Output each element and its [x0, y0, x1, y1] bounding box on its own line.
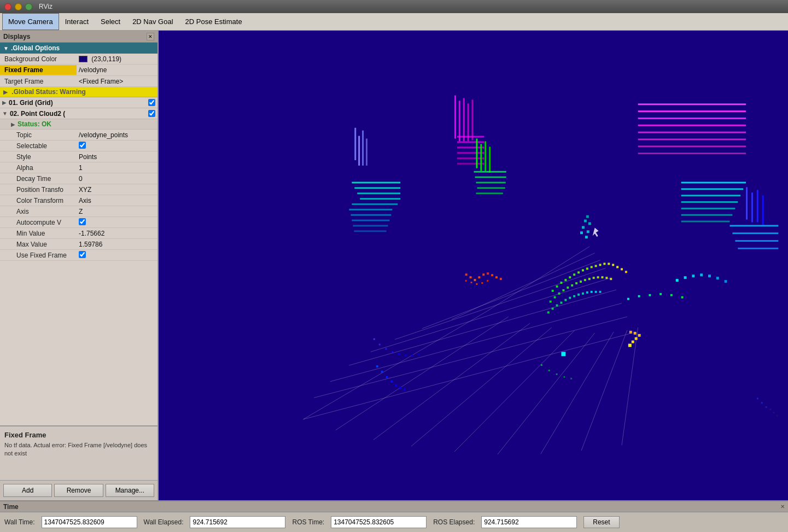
svg-rect-31 — [353, 225, 388, 226]
svg-rect-41 — [457, 152, 484, 154]
wall-time-input[interactable] — [42, 516, 137, 528]
manage-button[interactable]: Manage... — [106, 484, 154, 497]
displays-header: Displays ✕ — [0, 31, 157, 43]
target-frame-value[interactable]: <Fixed Frame> — [77, 78, 157, 85]
ros-time-input[interactable] — [331, 516, 427, 528]
svg-rect-63 — [681, 195, 741, 196]
displays-close-button[interactable]: ✕ — [147, 33, 154, 40]
selectable-row: Selectable — [0, 141, 157, 151]
svg-rect-72 — [729, 225, 778, 226]
wall-elapsed-input[interactable] — [190, 516, 285, 528]
svg-rect-128 — [585, 236, 588, 238]
svg-rect-102 — [558, 293, 561, 295]
svg-rect-21 — [362, 131, 364, 166]
svg-rect-39 — [457, 141, 484, 143]
svg-rect-130 — [588, 223, 591, 225]
target-frame-row: Target Frame <Fixed Frame> — [0, 76, 157, 87]
svg-rect-113 — [605, 277, 608, 279]
wall-elapsed-label: Wall Elapsed: — [144, 518, 184, 526]
timebar-close-button[interactable]: ✕ — [780, 504, 785, 510]
use-fixed-frame-value[interactable] — [77, 251, 157, 260]
svg-rect-142 — [684, 276, 687, 279]
autocompute-row: Autocompute V — [0, 217, 157, 228]
svg-rect-173 — [405, 354, 406, 356]
svg-rect-57 — [638, 132, 746, 133]
autocompute-checkbox[interactable] — [79, 218, 86, 225]
svg-rect-91 — [591, 266, 593, 268]
add-button[interactable]: Add — [3, 484, 52, 497]
svg-rect-87 — [573, 273, 575, 276]
menu-move-camera[interactable]: Move Camera — [2, 13, 59, 30]
grid-checkbox[interactable] — [148, 99, 155, 106]
alpha-row: Alpha 1 — [0, 162, 157, 173]
fixed-frame-value[interactable]: /velodyne — [77, 66, 157, 74]
close-button[interactable] — [4, 3, 11, 10]
svg-rect-68 — [746, 187, 748, 219]
topic-value[interactable]: /velodyne_points — [77, 131, 157, 139]
menu-2d-pose-estimate[interactable]: 2D Pose Estimate — [179, 13, 248, 30]
status-ok-label: Status: OK — [17, 120, 51, 128]
svg-rect-120 — [569, 297, 571, 299]
point-cloud-checkbox[interactable] — [148, 110, 155, 117]
svg-rect-185 — [556, 373, 558, 375]
svg-rect-147 — [725, 280, 727, 283]
background-color-swatch — [79, 56, 87, 62]
svg-rect-44 — [476, 138, 477, 168]
color-transform-value[interactable]: Axis — [77, 197, 157, 204]
background-color-value[interactable]: (23,0,119) — [77, 55, 157, 63]
max-value-value[interactable]: 1.59786 — [77, 241, 157, 248]
svg-rect-101 — [554, 296, 556, 299]
svg-rect-150 — [635, 337, 638, 340]
global-status-label: .Global Status: Warning — [11, 88, 86, 96]
selectable-checkbox[interactable] — [79, 142, 86, 149]
svg-rect-23 — [352, 182, 400, 183]
background-color-label: Background Color — [0, 55, 77, 63]
svg-rect-187 — [570, 378, 572, 379]
svg-rect-99 — [625, 271, 627, 273]
svg-rect-138 — [659, 293, 662, 295]
svg-rect-94 — [603, 263, 605, 265]
svg-rect-166 — [481, 282, 483, 284]
svg-rect-59 — [638, 145, 746, 147]
autocompute-value[interactable] — [77, 218, 157, 227]
reset-button[interactable]: Reset — [583, 516, 619, 528]
svg-rect-184 — [548, 370, 550, 371]
svg-rect-134 — [580, 231, 583, 234]
svg-rect-160 — [491, 274, 493, 276]
svg-rect-77 — [761, 402, 763, 404]
status-ok-row: ▶ Status: OK — [0, 119, 157, 130]
style-label: Style — [0, 153, 77, 161]
decay-time-value[interactable]: 0 — [77, 175, 157, 183]
axis-value[interactable]: Z — [77, 208, 157, 215]
3d-viewport[interactable] — [159, 31, 788, 500]
svg-rect-178 — [386, 376, 388, 378]
svg-rect-55 — [638, 118, 746, 119]
menu-2d-nav-goal[interactable]: 2D Nav Goal — [126, 13, 179, 30]
maximize-button[interactable] — [25, 3, 32, 10]
position-transform-value[interactable]: XYZ — [77, 186, 157, 194]
svg-rect-125 — [591, 291, 593, 293]
timebar: Time ✕ Wall Time: Wall Elapsed: ROS Time… — [0, 500, 788, 532]
style-value[interactable]: Points — [77, 153, 157, 161]
global-options-header[interactable]: ▼ .Global Options — [0, 43, 157, 54]
menu-select[interactable]: Select — [95, 13, 126, 30]
remove-button[interactable]: Remove — [54, 484, 103, 497]
use-fixed-frame-checkbox[interactable] — [79, 251, 86, 258]
selectable-value[interactable] — [77, 142, 157, 150]
global-status-warning[interactable]: ▶ .Global Status: Warning — [0, 87, 157, 97]
min-value-value[interactable]: -1.75662 — [77, 230, 157, 237]
svg-rect-104 — [567, 287, 569, 289]
svg-rect-140 — [681, 296, 684, 299]
svg-rect-38 — [457, 136, 484, 138]
menu-interact[interactable]: Interact — [59, 13, 95, 30]
point-cloud-item-label: 02. Point Cloud2 ( — [10, 110, 146, 118]
minimize-button[interactable] — [15, 3, 22, 10]
alpha-value[interactable]: 1 — [77, 164, 157, 172]
svg-rect-40 — [457, 147, 484, 148]
svg-rect-45 — [480, 144, 482, 171]
svg-rect-51 — [477, 187, 505, 189]
panel-buttons: Add Remove Manage... — [0, 480, 157, 500]
svg-rect-30 — [352, 220, 389, 221]
svg-rect-183 — [541, 364, 542, 366]
ros-elapsed-input[interactable] — [481, 516, 577, 528]
